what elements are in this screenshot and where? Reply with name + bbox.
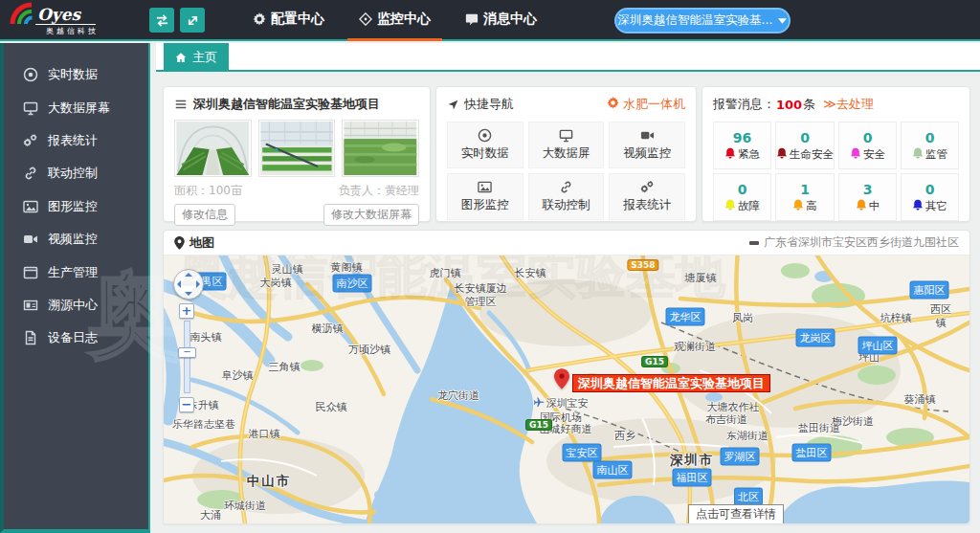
realtime-icon [23,67,38,82]
map-canvas[interactable]: 奥越信智能温室实验基地 灵山镇黄阁镇大岗镇南头镇横沥镇万顷沙镇三角镇阜沙镇民众镇… [164,255,969,523]
dash-icon [749,241,759,245]
quick-nav-tile-4[interactable]: 联动控制 [528,173,605,220]
tab-bar: 主页 [156,43,980,72]
quick-nav-tile-2[interactable]: 视频监控 [609,122,685,168]
bell-icon [724,199,736,213]
gear-icon [253,12,266,26]
bell-icon [724,147,736,162]
menu-lines-icon [174,98,188,111]
map-pan-control[interactable] [173,269,204,300]
alarm-value: 96 [733,130,751,145]
alarm-tile-1[interactable]: 0 生命安全 [775,122,835,169]
sidebar-item-6[interactable]: 生产管理 [4,255,148,288]
location-pin-icon [174,236,185,250]
bell-icon [776,147,788,162]
nav-arrow-icon [447,99,459,111]
nav-item-2[interactable]: 消息中心 [454,0,548,41]
alarm-tile-3[interactable]: 0 监管 [901,122,959,169]
sidebar-item-0[interactable]: 实时数据 [4,58,148,91]
project-photo-3[interactable] [342,120,419,177]
map-title-wrap: 地图 [174,234,214,252]
main-content: 主页 深圳奥越信智能温室实验基地项目 面积：100亩 负责人：黄 [156,43,980,533]
logo-text: Oyes [35,5,96,25]
zoom-out-button[interactable]: − [179,397,194,412]
bell-icon [912,199,924,213]
map-marker-label[interactable]: 深圳奥越信智能温室实验基地项目 [572,374,770,392]
alarm-tile-5[interactable]: 1 高 [775,173,835,221]
quick-nav-tile-5[interactable]: 报表统计 [609,173,685,220]
quick-nav-tile-3[interactable]: 图形监控 [447,173,523,220]
nav-item-label: 配置中心 [271,11,324,28]
nav-item-0[interactable]: 配置中心 [241,0,336,41]
sidebar-item-label: 视频监控 [48,231,98,248]
main-nav: 配置中心监控中心消息中心 [241,0,548,41]
swap-view-button[interactable] [149,8,174,33]
alarm-card: 报警消息： 100 条 ≫去处理 96 紧急0 生命安全0 安全0 监管0 故障… [702,86,970,222]
project-selector-dropdown[interactable]: 深圳奥越信智能温室实验基... [614,8,791,33]
project-selector-label: 深圳奥越信智能温室实验基... [618,12,773,29]
project-photo-2[interactable] [258,120,336,177]
sidebar-item-label: 溯源中心 [48,297,98,314]
sidebar-item-2[interactable]: 报表统计 [4,124,148,157]
alarm-label: 其它 [925,199,947,213]
quick-nav-tile-0[interactable]: 实时数据 [447,122,523,168]
edit-info-button[interactable]: 修改信息 [174,204,235,226]
quick-nav-tile-1[interactable]: 大数据屏 [528,122,605,168]
quick-nav-title: 快捷导航 [464,96,514,113]
project-card-header: 深圳奥越信智能温室实验基地项目 [174,96,419,113]
nav-item-label: 监控中心 [377,11,431,28]
sidebar-item-5[interactable]: 视频监控 [4,223,148,255]
alarm-tile-7[interactable]: 0 其它 [901,173,959,221]
alarm-header: 报警消息： 100 条 ≫去处理 [713,96,959,113]
project-photos [174,120,419,177]
logo-arcs-icon [10,2,34,25]
sidebar-item-label: 报表统计 [48,132,98,149]
fullscreen-button[interactable] [180,8,205,33]
go-handle-link[interactable]: ≫去处理 [823,96,874,113]
sidebar-item-label: 设备日志 [48,329,98,346]
map-tooltip: 点击可查看详情 [688,504,784,523]
zoom-slider-handle[interactable]: − [178,347,196,358]
quick-nav-tile-label: 图形监控 [461,197,509,213]
video-icon [23,232,38,247]
map-address-wrap: 广东省深圳市宝安区西乡街道九围社区 [749,234,959,251]
chat-icon [465,12,479,26]
linkage-icon [559,180,573,194]
nav-item-1[interactable]: 监控中心 [347,0,442,41]
quick-nav-tile-label: 实时数据 [461,145,509,162]
map-header: 地图 广东省深圳市宝安区西乡街道九围社区 [164,231,969,255]
log-icon [23,330,38,345]
alarm-label: 安全 [863,147,885,162]
sidebar-item-4[interactable]: 图形监控 [4,190,148,223]
sidebar-item-7[interactable]: 溯源中心 [4,289,148,322]
zoom-in-button[interactable]: + [179,303,194,319]
alarm-value: 0 [925,130,935,145]
map-marker-pin[interactable] [554,368,569,389]
alarm-grid: 96 紧急0 生命安全0 安全0 监管0 故障1 高3 中0 其它 [713,122,959,221]
tab-home[interactable]: 主页 [164,43,229,72]
alarm-tile-4[interactable]: 0 故障 [713,173,771,221]
bell-icon [856,199,867,213]
sidebar-item-1[interactable]: 大数据屏幕 [4,91,148,123]
sidebar-item-label: 大数据屏幕 [48,100,110,117]
alarm-tile-6[interactable]: 3 中 [838,173,897,221]
project-manager: 负责人：黄经理 [339,183,419,199]
alarm-tile-2[interactable]: 0 安全 [838,122,897,169]
alarm-value: 0 [925,182,935,197]
sidebar-item-8[interactable]: 设备日志 [4,322,148,354]
quick-nav-card: 快捷导航 水肥一体机 实时数据大数据屏视频监控图形监控联动控制报表统计 [435,86,697,222]
sidebar-item-3[interactable]: 联动控制 [4,157,148,189]
alarm-label: 中 [869,199,880,213]
alarm-value: 1 [800,182,810,197]
fertigation-link[interactable]: 水肥一体机 [607,96,685,113]
fertigation-link-label: 水肥一体机 [623,96,685,113]
alarm-tile-0[interactable]: 96 紧急 [713,122,771,169]
graphic-icon [23,199,38,214]
project-photo-1[interactable] [174,120,252,177]
edit-bigscreen-button[interactable]: 修改大数据屏幕 [323,204,419,226]
quick-nav-tile-label: 视频监控 [623,145,671,162]
graphic-icon [478,180,492,194]
sidebar-item-label: 图形监控 [48,198,98,215]
alarm-label: 故障 [738,199,760,213]
map-card: 地图 广东省深圳市宝安区西乡街道九围社区 [163,230,970,524]
